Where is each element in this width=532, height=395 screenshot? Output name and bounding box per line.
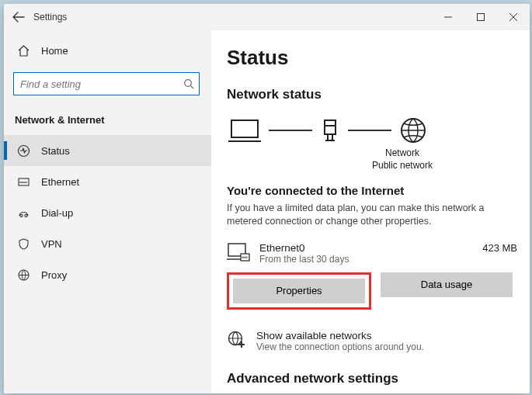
window-body: Home Network & Internet Status	[4, 30, 530, 393]
sidebar-item-label: Dial-up	[41, 207, 73, 219]
sidebar-item-dialup[interactable]: Dial-up	[4, 197, 211, 228]
content-pane: Status Network status Network Public net…	[211, 30, 530, 393]
minimize-button[interactable]	[432, 4, 464, 30]
page-title: Status	[227, 46, 517, 70]
connected-heading: You're connected to the Internet	[227, 184, 517, 197]
show-available-networks[interactable]: Show available networks View the connect…	[227, 330, 517, 352]
svg-rect-9	[231, 120, 258, 137]
window-title: Settings	[33, 12, 67, 23]
search-icon	[183, 78, 194, 89]
adapter-icon	[227, 242, 250, 264]
sidebar-item-status[interactable]: Status	[4, 135, 211, 166]
svg-point-2	[185, 80, 192, 87]
sidebar-item-vpn[interactable]: VPN	[4, 228, 211, 259]
sidebar-category: Network & Internet	[4, 102, 211, 135]
search-container	[4, 66, 211, 102]
globe-icon	[399, 116, 427, 144]
settings-window: Settings Home	[4, 4, 530, 393]
available-subtitle: View the connection options around you.	[256, 341, 424, 352]
adapter-name: Ethernet0	[259, 242, 473, 254]
section-advanced: Advanced network settings	[227, 371, 517, 386]
adapter-buttons: Properties Data usage	[227, 272, 517, 310]
maximize-button[interactable]	[464, 4, 497, 30]
diagram-label-line1: Network	[287, 147, 517, 160]
sidebar-item-proxy[interactable]: Proxy	[4, 259, 211, 290]
available-title: Show available networks	[256, 330, 424, 341]
window-controls	[432, 4, 530, 30]
available-networks-icon	[227, 330, 245, 348]
svg-point-6	[19, 214, 22, 217]
sidebar-home-label: Home	[41, 45, 68, 57]
home-icon	[16, 44, 30, 57]
properties-highlight: Properties	[227, 272, 371, 310]
adapter-subtitle: From the last 30 days	[259, 254, 473, 265]
search-box[interactable]	[13, 72, 200, 95]
diagram-label: Network Public network	[287, 147, 517, 172]
pc-icon	[228, 117, 261, 144]
connection-line	[348, 130, 391, 131]
close-button[interactable]	[497, 4, 530, 30]
section-network-status: Network status	[227, 87, 517, 102]
available-networks-text: Show available networks View the connect…	[256, 330, 424, 352]
connection-line	[269, 130, 312, 131]
network-diagram	[228, 116, 517, 144]
sidebar-item-label: Ethernet	[41, 176, 79, 188]
sidebar-item-ethernet[interactable]: Ethernet	[4, 166, 211, 197]
properties-button[interactable]: Properties	[233, 279, 365, 303]
adapter-meta: Ethernet0 From the last 30 days	[259, 242, 473, 265]
back-button[interactable]	[4, 12, 33, 23]
svg-point-7	[24, 214, 26, 217]
dialup-icon	[16, 206, 30, 220]
svg-rect-1	[478, 14, 485, 21]
sidebar-item-label: Proxy	[41, 269, 67, 281]
sidebar: Home Network & Internet Status	[4, 30, 211, 393]
vpn-icon	[16, 237, 30, 251]
diagram-label-line2: Public network	[287, 160, 517, 172]
sidebar-item-label: Status	[41, 145, 70, 157]
adapter-usage: 423 MB	[482, 242, 517, 254]
proxy-icon	[16, 269, 30, 282]
sidebar-home[interactable]: Home	[4, 35, 211, 66]
data-usage-button[interactable]: Data usage	[381, 272, 513, 297]
sidebar-item-label: VPN	[41, 238, 62, 250]
search-input[interactable]	[20, 78, 183, 90]
connected-description: If you have a limited data plan, you can…	[227, 202, 517, 228]
router-icon	[320, 117, 340, 144]
title-bar: Settings	[4, 4, 530, 30]
ethernet-icon	[16, 175, 30, 189]
svg-rect-11	[325, 120, 336, 134]
status-icon	[16, 144, 30, 158]
svg-line-3	[190, 85, 193, 88]
adapter-row: Ethernet0 From the last 30 days 423 MB	[227, 242, 517, 265]
